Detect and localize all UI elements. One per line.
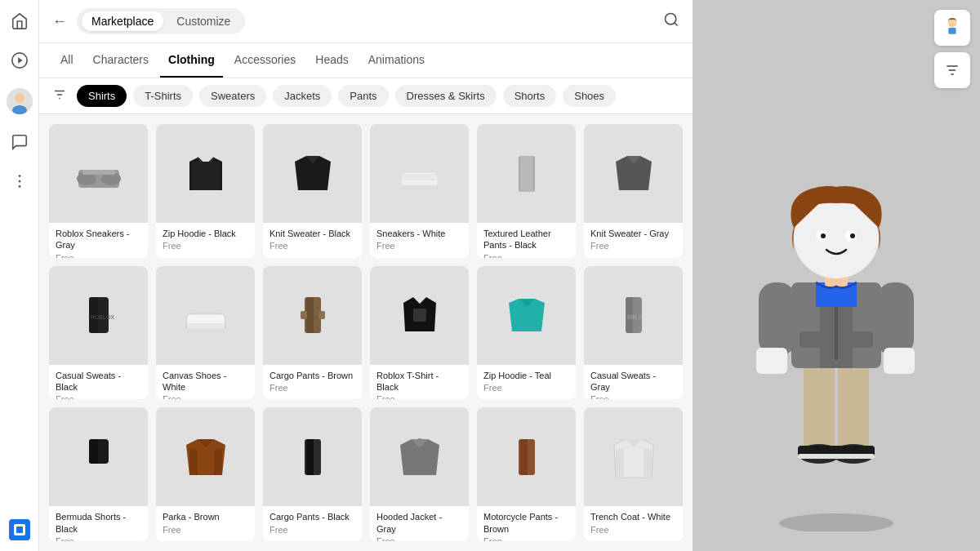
item-price-item1: Free [56, 253, 141, 258]
sub-tab-jackets[interactable]: Jackets [273, 85, 332, 107]
item-price-item8: Free [163, 394, 248, 399]
item-card-item5[interactable]: Textured Leather Pants - BlackFree [477, 124, 576, 258]
svg-point-81 [821, 233, 826, 238]
item-price-item9: Free [270, 383, 355, 393]
svg-rect-45 [306, 439, 314, 475]
header: ← Marketplace Customize [39, 0, 693, 43]
item-card-item7[interactable]: ROBLOXCasual Sweats - BlackFree [49, 266, 148, 400]
svg-rect-59 [804, 360, 835, 450]
item-thumb-item14 [156, 407, 255, 506]
item-card-item10[interactable]: Roblox T-Shirt - BlackFree [370, 266, 469, 400]
item-card-item15[interactable]: Cargo Pants - BlackFree [263, 407, 362, 541]
item-card-item4[interactable]: Sneakers - WhiteFree [370, 124, 469, 258]
nav-tab-heads[interactable]: Heads [307, 43, 356, 78]
svg-point-82 [850, 233, 855, 238]
item-info-item18: Trench Coat - WhiteFree [584, 506, 683, 539]
filter-icon[interactable] [52, 87, 67, 105]
item-card-item6[interactable]: Knit Sweater - GrayFree [584, 124, 683, 258]
avatar-tool-button[interactable] [934, 10, 970, 46]
svg-rect-75 [756, 348, 787, 374]
nav-tab-accessories[interactable]: Accessories [226, 43, 304, 78]
sub-tab-shirts[interactable]: Shirts [77, 85, 127, 107]
item-card-item14[interactable]: Parka - BrownFree [156, 407, 255, 541]
sidebar-bottom [8, 518, 31, 541]
svg-point-46 [416, 438, 424, 447]
sidebar-icon-more[interactable] [8, 170, 31, 193]
item-thumb-item9 [263, 266, 362, 365]
svg-rect-25 [520, 156, 533, 192]
sub-tab-tshirts[interactable]: T-Shirts [133, 85, 193, 107]
item-name-item9: Cargo Pants - Brown [270, 370, 355, 381]
item-info-item6: Knit Sweater - GrayFree [584, 223, 683, 256]
item-name-item10: Roblox T-Shirt - Black [376, 370, 462, 393]
item-card-item11[interactable]: Zip Hoodie - TealFree [477, 266, 576, 400]
item-name-item18: Trench Coat - White [590, 511, 676, 522]
item-thumb-item5 [477, 124, 576, 223]
item-card-item8[interactable]: Canvas Shoes - WhiteFree [156, 266, 255, 400]
item-price-item16: Free [376, 536, 462, 541]
filter-tool-button[interactable] [934, 52, 970, 88]
svg-rect-22 [403, 174, 436, 180]
tab-customize[interactable]: Customize [167, 11, 240, 31]
item-card-item18[interactable]: Trench Coat - WhiteFree [584, 407, 683, 541]
item-info-item8: Canvas Shoes - WhiteFree [156, 365, 255, 400]
item-card-item3[interactable]: Knit Sweater - BlackFree [263, 124, 362, 258]
item-name-item13: Bermuda Shorts - Black [56, 511, 141, 535]
nav-tab-clothing[interactable]: Clothing [160, 43, 223, 78]
item-card-item9[interactable]: Cargo Pants - BrownFree [263, 266, 362, 400]
nav-tabs: All Characters Clothing Accessories Head… [39, 43, 693, 78]
sidebar-icon-roblox[interactable] [8, 518, 31, 541]
left-sidebar [0, 0, 39, 551]
item-thumb-item2 [156, 124, 255, 223]
item-name-item3: Knit Sweater - Black [270, 228, 355, 239]
item-name-item5: Textured Leather Pants - Black [483, 228, 569, 251]
sub-tab-sweaters[interactable]: Sweaters [199, 85, 266, 107]
sidebar-avatar[interactable] [7, 88, 33, 114]
item-price-item10: Free [376, 394, 462, 399]
nav-tab-animations[interactable]: Animations [360, 43, 433, 78]
main-panel: ← Marketplace Customize All Characters C… [39, 0, 693, 551]
item-thumb-item16 [370, 407, 469, 506]
item-thumb-item4 [370, 124, 469, 223]
item-thumb-item8 [156, 266, 255, 365]
sub-tab-dresses[interactable]: Dresses & Skirts [395, 85, 497, 107]
item-thumb-item1 [49, 124, 148, 223]
item-info-item4: Sneakers - WhiteFree [370, 223, 469, 256]
svg-rect-41 [89, 439, 98, 464]
item-card-item1[interactable]: Roblox Sneakers - GrayFree [49, 124, 148, 258]
item-thumb-item7: ROBLOX [49, 266, 148, 365]
svg-rect-43 [214, 449, 222, 475]
nav-tab-all[interactable]: All [52, 43, 82, 78]
sub-tab-pants[interactable]: Pants [338, 85, 388, 107]
item-info-item3: Knit Sweater - BlackFree [263, 223, 362, 256]
item-info-item10: Roblox T-Shirt - BlackFree [370, 365, 469, 400]
item-card-item2[interactable]: Zip Hoodie - BlackFree [156, 124, 255, 258]
item-info-item12: Casual Sweats - GrayFree [584, 365, 683, 400]
sidebar-icon-chat[interactable] [8, 131, 31, 153]
tab-marketplace[interactable]: Marketplace [82, 11, 163, 31]
sidebar-icon-play[interactable] [8, 49, 31, 72]
item-name-item12: Casual Sweats - Gray [590, 370, 676, 393]
svg-rect-50 [644, 449, 652, 478]
sub-tab-shoes[interactable]: Shoes [563, 85, 616, 107]
nav-tab-characters[interactable]: Characters [85, 43, 157, 78]
right-panel-tools [934, 10, 970, 88]
item-card-item16[interactable]: Hooded Jacket - GrayFree [370, 407, 469, 541]
svg-rect-49 [616, 449, 624, 478]
item-price-item11: Free [483, 383, 569, 393]
svg-line-12 [675, 22, 678, 25]
svg-rect-23 [402, 185, 438, 190]
items-grid: Roblox Sneakers - GrayFreeZip Hoodie - B… [39, 114, 693, 551]
back-button[interactable]: ← [52, 13, 67, 30]
item-card-item12[interactable]: RBLXCasual Sweats - GrayFree [584, 266, 683, 400]
search-button[interactable] [663, 11, 679, 32]
item-name-item1: Roblox Sneakers - Gray [56, 228, 141, 251]
svg-rect-71 [849, 331, 873, 348]
item-card-item17[interactable]: Motorcycle Pants - BrownFree [477, 407, 576, 541]
item-card-item13[interactable]: Bermuda Shorts - BlackFree [49, 407, 148, 541]
item-thumb-item17 [477, 407, 576, 506]
item-name-item6: Knit Sweater - Gray [590, 228, 676, 239]
item-info-item15: Cargo Pants - BlackFree [263, 506, 362, 539]
sub-tab-shorts[interactable]: Shorts [503, 85, 557, 107]
sidebar-icon-home[interactable] [8, 10, 31, 33]
